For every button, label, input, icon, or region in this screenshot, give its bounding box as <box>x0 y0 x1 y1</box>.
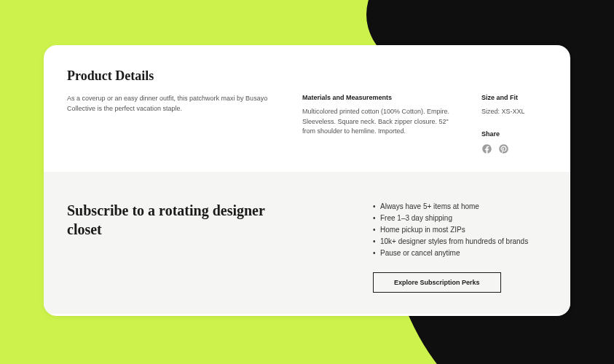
perk-item: 10k+ designer styles from hundreds of br… <box>373 236 547 248</box>
perk-item: Pause or cancel anytime <box>373 248 547 259</box>
perk-item: Home pickup in most ZIPs <box>373 224 547 236</box>
product-details-heading: Product Details <box>67 68 547 84</box>
share-heading: Share <box>481 130 547 138</box>
pinterest-icon <box>498 143 509 154</box>
facebook-icon <box>481 143 492 154</box>
perk-item: Free 1–3 day shipping <box>373 213 547 224</box>
size-fit-text: Sized: XS-XXL <box>481 107 547 117</box>
share-pinterest-button[interactable] <box>498 143 509 154</box>
perk-item: Always have 5+ items at home <box>373 201 547 213</box>
subscribe-section: Subscribe to a rotating designer closet … <box>44 172 570 314</box>
share-facebook-button[interactable] <box>481 143 492 154</box>
content-card: Product Details As a coverup or an easy … <box>44 45 570 316</box>
size-fit-heading: Size and Fit <box>481 94 547 101</box>
product-details-section: Product Details As a coverup or an easy … <box>44 45 570 172</box>
subscribe-heading: Subscribe to a rotating designer closet <box>67 201 286 290</box>
materials-heading: Materials and Measurements <box>302 94 461 101</box>
product-description: As a coverup or an easy dinner outfit, t… <box>67 94 282 114</box>
perks-list: Always have 5+ items at home Free 1–3 da… <box>373 201 547 259</box>
explore-perks-button[interactable]: Explore Subscription Perks <box>373 272 501 293</box>
materials-text: Multicolored printed cotton (100% Cotton… <box>302 107 461 137</box>
